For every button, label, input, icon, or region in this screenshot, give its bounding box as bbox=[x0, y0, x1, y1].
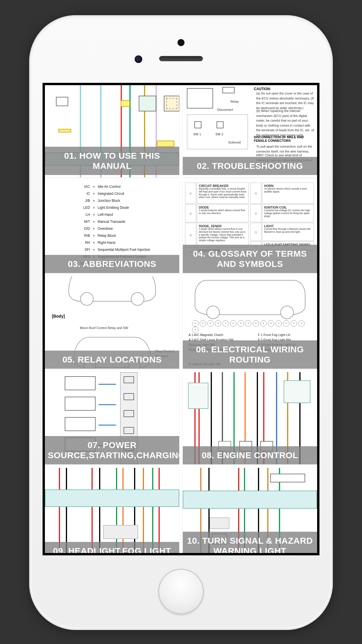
grid-item-label: 08. ENGINE CONTROL bbox=[183, 446, 317, 465]
grid-item-09[interactable]: 09. HEADLIGHT,FOG LIGHT bbox=[45, 468, 179, 555]
grid-item-label: 06. ELECTRICAL WIRING ROUTING bbox=[183, 340, 317, 369]
grid-item-label: 07. POWER SOURCE,STARTING,CHARGING bbox=[45, 436, 179, 464]
grid-item-02[interactable]: SW 1 SW 2 Solenoid Relay Disconnect CAUT… bbox=[183, 85, 317, 177]
grid-item-10[interactable]: 10. TURN SIGNAL & HAZARD WARNING LIGHT bbox=[183, 468, 317, 555]
grid-item-label: 09. HEADLIGHT,FOG LIGHT bbox=[45, 542, 179, 556]
grid-item-01[interactable]: 01. HOW TO USE THIS MANUAL bbox=[45, 85, 179, 177]
content-scroll[interactable]: 01. HOW TO USE THIS MANUAL SW 1 SW 2 Sol… bbox=[45, 85, 317, 553]
grid-item-label: 02. TROUBLESHOOTING bbox=[183, 157, 317, 175]
home-button[interactable] bbox=[158, 569, 204, 614]
manual-grid: 01. HOW TO USE THIS MANUAL SW 1 SW 2 Sol… bbox=[45, 85, 317, 555]
grid-item-04[interactable]: CIRCUIT BREAKERBasically a reusable fuse… bbox=[183, 181, 317, 273]
earpiece-speaker bbox=[159, 56, 203, 61]
grid-item-label: 10. TURN SIGNAL & HAZARD WARNING LIGHT bbox=[183, 532, 317, 555]
grid-item-03[interactable]: IAC=Idle Air ControlIC=Integrated Circui… bbox=[45, 181, 179, 273]
front-camera bbox=[135, 55, 142, 63]
grid-item-label: 03. ABBREVIATIONS bbox=[45, 255, 179, 273]
grid-item-05[interactable]: [Body] Moon Roof Control Relay and SW Do… bbox=[45, 276, 179, 369]
device-frame: 01. HOW TO USE THIS MANUAL SW 1 SW 2 Sol… bbox=[29, 15, 333, 630]
grid-item-label: 01. HOW TO USE THIS MANUAL bbox=[45, 147, 179, 175]
screen: 01. HOW TO USE THIS MANUAL SW 1 SW 2 Sol… bbox=[43, 83, 319, 555]
proximity-sensor bbox=[178, 39, 184, 46]
grid-item-07[interactable]: 07. POWER SOURCE,STARTING,CHARGING bbox=[45, 372, 179, 464]
grid-item-06[interactable]: •••••••••••••••• A 1 A/C Magnetic Clutch… bbox=[183, 276, 317, 369]
grid-item-label: 05. RELAY LOCATIONS bbox=[45, 351, 179, 369]
grid-item-label: 04. GLOSSARY OF TERMS AND SYMBOLS bbox=[183, 245, 317, 273]
grid-item-08[interactable]: 08. ENGINE CONTROL bbox=[183, 372, 317, 464]
